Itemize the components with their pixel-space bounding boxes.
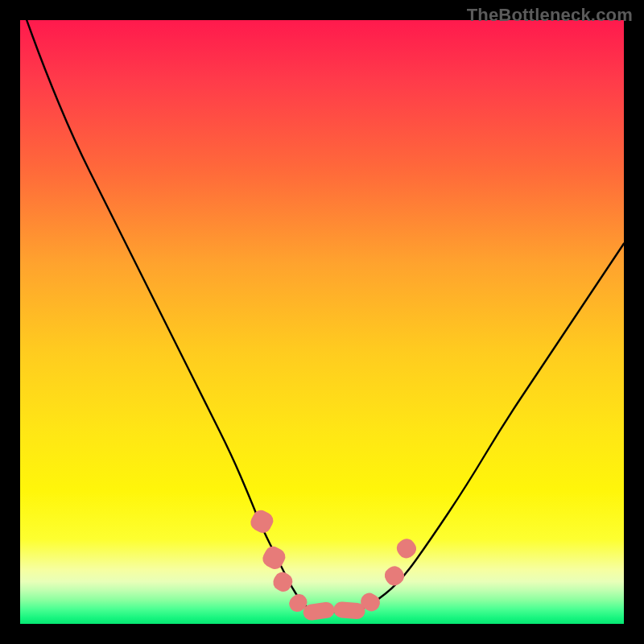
curve-marker [303,601,336,621]
curve-marker [248,507,275,535]
curve-marker [382,563,407,588]
watermark-text: TheBottleneck.com [467,5,633,26]
curve-marker [270,569,295,593]
curve-markers [20,20,624,624]
curve-marker [394,536,419,561]
chart-stage: TheBottleneck.com [0,0,644,644]
plot-area [20,20,624,624]
curve-marker [260,543,287,571]
